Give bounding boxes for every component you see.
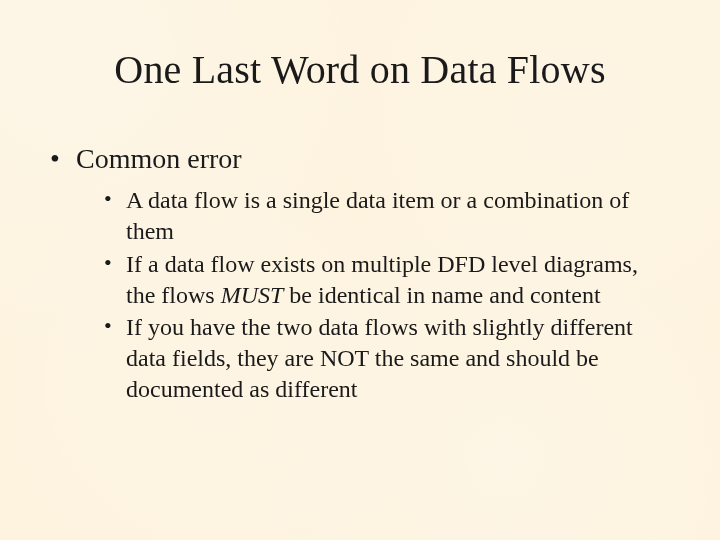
bullet-list-level2: A data flow is a single data item or a c… [76,185,672,404]
bullet-text: A data flow is a single data item or a c… [126,187,629,244]
list-item: Common error A data flow is a single dat… [48,141,672,404]
slide-title: One Last Word on Data Flows [48,46,672,93]
bullet-list-level1: Common error A data flow is a single dat… [48,141,672,404]
bullet-text: If you have the two data flows with slig… [126,314,633,401]
list-item: If you have the two data flows with slig… [102,312,672,404]
emphasis-must: MUST [221,282,284,308]
list-item: If a data flow exists on multiple DFD le… [102,249,672,310]
bullet-text: Common error [76,143,242,174]
bullet-text-suffix: be identical in name and content [283,282,600,308]
list-item: A data flow is a single data item or a c… [102,185,672,246]
